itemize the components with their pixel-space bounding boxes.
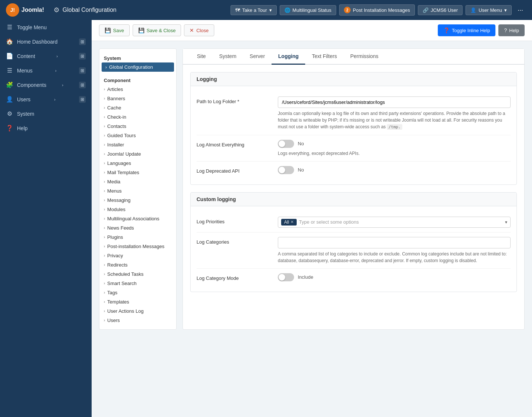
log-folder-control: Joomla can optionally keep a log file of… (278, 96, 511, 130)
left-nav-news-feeds[interactable]: › News Feeds (99, 223, 176, 233)
chevron-right-icon: › (104, 281, 105, 285)
sidebar-item-home-dashboard[interactable]: 🏠 Home Dashboard ⊞ (0, 34, 92, 49)
log-category-mode-toggle[interactable] (278, 273, 294, 281)
content-icon: 📄 (6, 52, 13, 60)
user-menu-button[interactable]: 👤 User Menu ▾ (466, 5, 512, 15)
tab-text-filters[interactable]: Text Filters (305, 49, 344, 65)
left-nav-articles[interactable]: › Articles (99, 85, 176, 94)
left-nav-contacts[interactable]: › Contacts (99, 122, 176, 131)
toolbar: 💾 Save 💾 Save & Close ✕ Close ❓ Toggle I… (92, 20, 532, 41)
left-nav-cache[interactable]: › Cache (99, 103, 176, 112)
save-close-icon: 💾 (138, 27, 144, 33)
grid-icon[interactable]: ⊞ (79, 38, 86, 45)
grid-icon[interactable]: ⊞ (79, 82, 86, 88)
chevron-right-icon: › (104, 87, 105, 91)
tag-remove-all[interactable]: ✕ (290, 220, 294, 224)
more-options-button[interactable]: ··· (515, 5, 526, 16)
chevron-right-icon: › (104, 189, 105, 193)
left-nav-privacy[interactable]: › Privacy (99, 251, 176, 260)
sidebar-toggle-menu[interactable]: ☰ Toggle Menu (0, 20, 92, 34)
left-nav-guided-tours[interactable]: › Guided Tours (99, 131, 176, 140)
left-nav-templates[interactable]: › Templates (99, 297, 176, 306)
tab-server[interactable]: Server (243, 49, 272, 65)
left-nav-media[interactable]: › Media (99, 177, 176, 186)
left-nav-post-install-messages[interactable]: › Post-installation Messages (99, 242, 176, 251)
post-install-messages-button[interactable]: 2 Post Installation Messages (339, 4, 415, 16)
tabs-bar: Site System Server Logging Text Filters … (183, 49, 524, 65)
sidebar-item-help[interactable]: ❓ Help (0, 121, 92, 135)
chevron-down-icon: ▾ (504, 7, 507, 13)
sidebar-item-content[interactable]: 📄 Content › ⊞ (0, 49, 92, 63)
multilingual-status-button[interactable]: 🌐 Multilingual Status (280, 5, 337, 15)
left-nav-panel: System › Global Configuration Component … (99, 48, 177, 330)
chevron-right-icon: › (104, 217, 105, 221)
sidebar-item-users[interactable]: 👤 Users › ⊞ (0, 92, 92, 106)
left-nav-mail-templates[interactable]: › Mail Templates (99, 168, 176, 177)
log-almost-toggle-wrap: No (278, 140, 511, 148)
navbar-actions: 🗺 Take a Tour ▾ 🌐 Multilingual Status 2 … (231, 4, 526, 16)
chevron-right-icon: › (104, 106, 105, 110)
left-nav-user-actions-log[interactable]: › User Actions Log (99, 306, 176, 316)
save-close-button[interactable]: 💾 Save & Close (133, 24, 181, 36)
left-nav-redirects[interactable]: › Redirects (99, 260, 176, 269)
chevron-right-icon: › (104, 115, 105, 119)
chevron-right-icon: › (104, 235, 105, 239)
tab-permissions[interactable]: Permissions (344, 49, 385, 65)
left-nav-scheduled-tasks[interactable]: › Scheduled Tasks (99, 269, 176, 279)
left-nav-smart-search[interactable]: › Smart Search (99, 279, 176, 288)
log-priorities-select[interactable]: All ✕ Type or select some options ▾ (278, 217, 511, 228)
jcms-user-button[interactable]: 🔗 JCMS6 User (418, 5, 463, 15)
toggle-inline-help-button[interactable]: ❓ Toggle Inline Help (438, 24, 495, 36)
left-nav-installer[interactable]: › Installer (99, 140, 176, 149)
grid-icon[interactable]: ⊞ (79, 96, 86, 103)
sidebar-item-system[interactable]: ⚙ System (0, 106, 92, 121)
log-category-mode-row: Log Category Mode Include (197, 269, 511, 286)
take-tour-button[interactable]: 🗺 Take a Tour ▾ (231, 5, 277, 15)
chevron-right-icon: › (105, 64, 107, 70)
left-nav-tags[interactable]: › Tags (99, 288, 176, 297)
log-category-mode-control: Include (278, 273, 511, 281)
log-folder-input[interactable] (278, 96, 511, 108)
left-nav-languages[interactable]: › Languages (99, 159, 176, 168)
log-deprecated-value: No (298, 167, 304, 173)
system-icon: ⚙ (6, 110, 13, 117)
grid-icon[interactable]: ⊞ (79, 53, 86, 60)
log-almost-hint: Logs everything, except deprecated APIs. (278, 150, 511, 157)
gear-icon: ⚙ (54, 6, 59, 14)
components-icon: 🧩 (6, 81, 13, 88)
left-nav-system-section: System (99, 53, 176, 62)
tab-system[interactable]: System (212, 49, 243, 65)
log-categories-input[interactable] (278, 237, 511, 248)
left-nav-messaging[interactable]: › Messaging (99, 196, 176, 205)
log-deprecated-toggle[interactable] (278, 166, 294, 174)
left-nav-global-config[interactable]: › Global Configuration (102, 62, 174, 72)
close-button[interactable]: ✕ Close (184, 24, 214, 36)
save-button[interactable]: 💾 Save (99, 24, 130, 36)
left-nav-menus[interactable]: › Menus (99, 186, 176, 196)
log-priorities-row: Log Priorities All ✕ Type or select some… (197, 212, 511, 233)
chevron-right-icon: › (104, 133, 105, 138)
log-folder-hint: Joomla can optionally keep a log file of… (278, 110, 511, 130)
left-nav-multilingual-associations[interactable]: › Multilingual Associations (99, 214, 176, 223)
left-nav-plugins[interactable]: › Plugins (99, 233, 176, 242)
sidebar-item-components[interactable]: 🧩 Components › ⊞ (0, 78, 92, 92)
left-nav-users[interactable]: › Users (99, 316, 176, 325)
custom-logging-fieldset-body: Log Priorities All ✕ Type or select some… (191, 206, 516, 292)
help-button[interactable]: ? Help (498, 24, 525, 36)
chevron-right-icon: › (104, 318, 105, 322)
grid-icon[interactable]: ⊞ (79, 67, 86, 74)
left-nav-banners[interactable]: › Banners (99, 94, 176, 103)
brand: J! Joomla! (6, 3, 44, 17)
left-nav-checkin[interactable]: › Check-in (99, 112, 176, 122)
tab-logging[interactable]: Logging (272, 49, 305, 65)
chevron-right-icon: › (104, 161, 105, 165)
log-category-mode-label: Log Category Mode (197, 273, 270, 281)
left-nav-modules[interactable]: › Modules (99, 205, 176, 214)
sidebar-item-menus[interactable]: ☰ Menus › ⊞ (0, 63, 92, 78)
priorities-tag-all: All ✕ (281, 219, 297, 226)
tab-site[interactable]: Site (190, 49, 212, 65)
log-categories-hint: A comma separated list of log categories… (278, 251, 511, 264)
log-almost-label: Log Almost Everything (197, 140, 270, 148)
log-almost-toggle[interactable] (278, 140, 294, 148)
left-nav-joomla-update[interactable]: › Joomla! Update (99, 149, 176, 159)
